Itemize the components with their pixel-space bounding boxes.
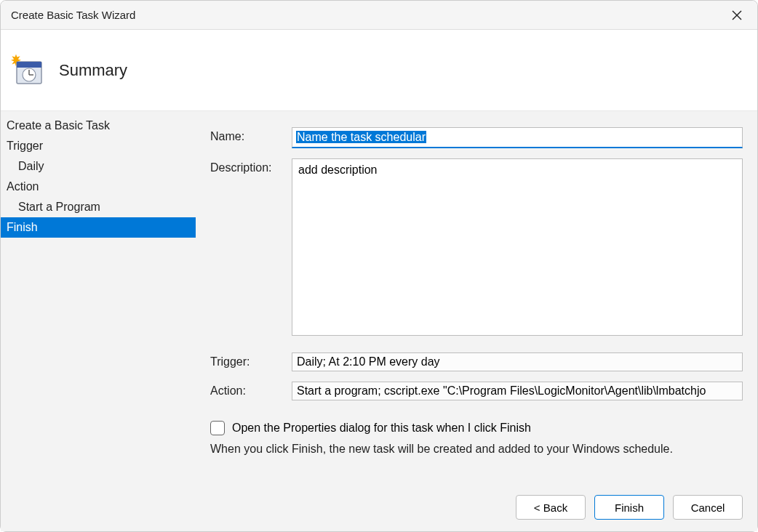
sidebar-item-daily[interactable]: Daily [1,156,196,177]
back-button[interactable]: < Back [516,495,586,520]
row-action: Action: Start a program; cscript.exe "C:… [210,382,743,400]
description-input[interactable] [292,158,743,336]
sidebar-item-create-basic-task[interactable]: Create a Basic Task [1,116,196,136]
svg-rect-4 [17,62,41,68]
description-label: Description: [210,158,292,174]
window-title: Create Basic Task Wizard [11,9,135,21]
sidebar-item-action[interactable]: Action [1,177,196,197]
open-properties-label[interactable]: Open the Properties dialog for this task… [232,422,531,435]
action-value: Start a program; cscript.exe "C:\Program… [292,382,743,400]
cancel-button[interactable]: Cancel [673,495,743,520]
trigger-value: Daily; At 2:10 PM every day [292,352,743,371]
close-icon [732,10,742,20]
wizard-icon [11,55,43,86]
row-description: Description: [210,158,743,338]
finish-button[interactable]: Finish [594,495,664,520]
row-trigger: Trigger: Daily; At 2:10 PM every day [210,352,743,371]
open-properties-row: Open the Properties dialog for this task… [210,421,743,435]
main-panel: Name: Name the task schedular Descriptio… [196,111,757,531]
open-properties-checkbox[interactable] [210,421,225,435]
trigger-label: Trigger: [210,352,292,368]
sidebar-item-start-program[interactable]: Start a Program [1,197,196,217]
wizard-window: Create Basic Task Wizard Summary Create … [0,0,758,532]
titlebar: Create Basic Task Wizard [1,1,757,30]
name-input[interactable]: Name the task schedular [292,127,743,148]
sidebar: Create a Basic Task Trigger Daily Action… [1,111,196,531]
sidebar-item-finish[interactable]: Finish [1,217,196,238]
name-label: Name: [210,127,292,143]
page-title: Summary [59,61,127,80]
close-button[interactable] [727,5,747,25]
finish-info-text: When you click Finish, the new task will… [210,443,743,456]
wizard-header: Summary [1,30,757,111]
action-label: Action: [210,382,292,398]
row-name: Name: Name the task schedular [210,127,743,148]
button-bar: < Back Finish Cancel [516,495,743,520]
wizard-body: Create a Basic Task Trigger Daily Action… [1,111,757,531]
sidebar-item-trigger[interactable]: Trigger [1,136,196,156]
